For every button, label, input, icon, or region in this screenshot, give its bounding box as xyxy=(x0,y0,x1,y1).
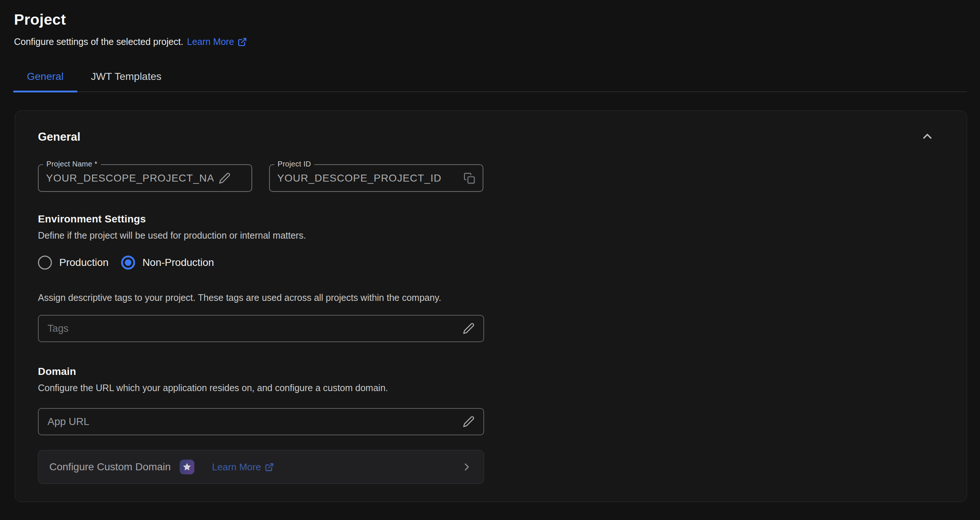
page-subtitle: Configure settings of the selected proje… xyxy=(14,37,967,47)
project-identity-fields: Project Name * YOUR_DESCOPE_PROJECT_NAME… xyxy=(38,164,944,192)
domain-description: Configure the URL which your application… xyxy=(38,383,944,393)
project-id-value: YOUR_DESCOPE_PROJECT_ID xyxy=(277,172,458,184)
configure-custom-domain-row[interactable]: Configure Custom Domain Learn More xyxy=(38,450,484,484)
tab-bar: General JWT Templates xyxy=(13,64,967,92)
custom-domain-learn-more-label: Learn More xyxy=(212,461,261,473)
environment-settings-description: Define if the project will be used for p… xyxy=(38,230,944,241)
project-id-field: Project ID YOUR_DESCOPE_PROJECT_ID xyxy=(269,164,484,192)
header-learn-more-label: Learn More xyxy=(187,37,234,47)
edit-pencil-icon[interactable] xyxy=(463,322,474,334)
collapse-section-button[interactable] xyxy=(919,128,936,146)
radio-dot xyxy=(125,259,131,266)
external-link-icon xyxy=(265,463,274,472)
tags-description: Assign descriptive tags to your project.… xyxy=(38,292,944,303)
edit-pencil-icon[interactable] xyxy=(219,172,231,184)
card-title: General xyxy=(38,130,80,144)
project-settings-page: Project Configure settings of the select… xyxy=(0,0,980,502)
project-name-field[interactable]: Project Name * YOUR_DESCOPE_PROJECT_NAME xyxy=(38,164,252,192)
header-learn-more-link[interactable]: Learn More xyxy=(187,37,247,47)
environment-radio-group: Production Non-Production xyxy=(38,255,944,270)
custom-domain-learn-more-link[interactable]: Learn More xyxy=(212,461,274,473)
environment-settings-heading: Environment Settings xyxy=(38,213,944,225)
general-settings-card: General Project Name * YOUR_DESCOPE_PROJ… xyxy=(15,110,967,502)
project-name-value: YOUR_DESCOPE_PROJECT_NAME xyxy=(46,172,213,184)
radio-unselected-icon[interactable] xyxy=(38,255,52,270)
chevron-up-icon xyxy=(920,139,934,144)
external-link-icon xyxy=(237,37,247,47)
app-url-input-wrapper xyxy=(38,408,484,435)
premium-star-icon xyxy=(180,459,194,474)
radio-option-production[interactable]: Production xyxy=(38,255,108,270)
page-subtitle-text: Configure settings of the selected proje… xyxy=(14,37,183,47)
radio-production-label: Production xyxy=(59,257,108,268)
page-title: Project xyxy=(14,11,967,28)
tab-jwt-templates[interactable]: JWT Templates xyxy=(77,64,175,91)
edit-pencil-icon[interactable] xyxy=(463,416,474,427)
tags-input-wrapper xyxy=(38,315,484,342)
project-name-label: Project Name * xyxy=(43,160,101,168)
copy-icon[interactable] xyxy=(463,172,475,184)
tags-input[interactable] xyxy=(48,323,458,334)
radio-non-production-label: Non-Production xyxy=(142,257,214,268)
chevron-right-icon xyxy=(461,461,473,473)
radio-selected-icon[interactable] xyxy=(121,255,135,270)
card-header: General xyxy=(38,128,944,146)
domain-heading: Domain xyxy=(38,366,944,378)
tab-general[interactable]: General xyxy=(13,64,77,91)
app-url-input[interactable] xyxy=(48,416,458,427)
project-id-label: Project ID xyxy=(274,160,314,168)
configure-custom-domain-label: Configure Custom Domain xyxy=(49,461,171,473)
radio-option-non-production[interactable]: Non-Production xyxy=(121,255,214,270)
